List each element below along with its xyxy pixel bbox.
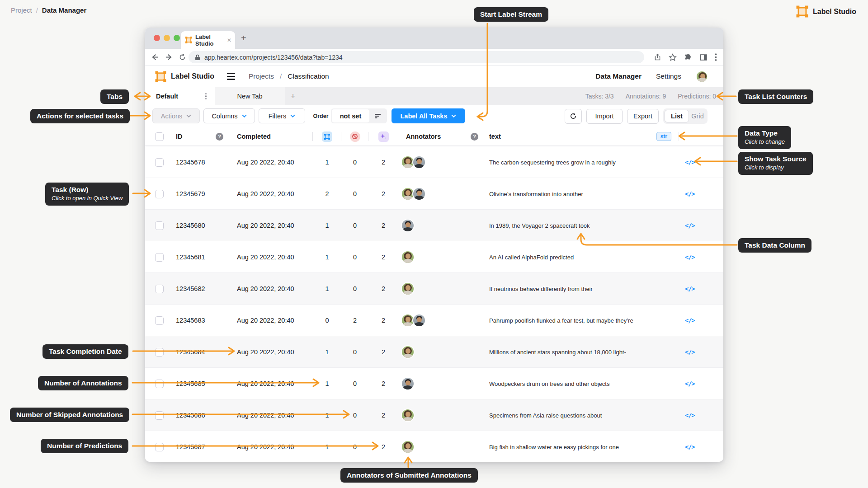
annotator-avatar (412, 187, 426, 201)
task-row[interactable]: 12345684Aug 20 2022, 20:40102Millions of… (145, 336, 723, 367)
show-source-button[interactable]: </> (685, 253, 694, 261)
task-row[interactable]: 12345678Aug 20 2022, 20:40102The carbon-… (145, 146, 723, 178)
column-header-skipped[interactable] (341, 127, 368, 146)
back-icon[interactable] (151, 53, 159, 61)
predictions-count: 2 (368, 305, 398, 336)
favicon-label-studio (185, 37, 192, 43)
annotators-help-icon[interactable]: ? (471, 133, 478, 141)
window-close-button[interactable] (154, 35, 160, 41)
tab-close-icon[interactable]: ✕ (227, 37, 231, 43)
task-text: If neutrinos behave differently from the… (484, 273, 679, 305)
actions-button[interactable]: Actions (152, 108, 200, 123)
row-checkbox[interactable] (155, 253, 164, 262)
window-minimize-button[interactable] (164, 35, 170, 41)
show-source-button[interactable]: </> (685, 443, 694, 450)
show-source-button[interactable]: </> (685, 348, 694, 356)
task-row[interactable]: 12345687Aug 20 2022, 20:40102Big fish in… (145, 431, 723, 462)
show-source-button[interactable]: </> (685, 285, 694, 292)
column-header-id[interactable]: ID ? (167, 127, 229, 146)
tab-options-kebab-icon[interactable] (205, 93, 207, 100)
task-id: 12345683 (167, 305, 229, 336)
row-checkbox[interactable] (155, 380, 164, 388)
order-value[interactable]: not set (332, 109, 369, 122)
row-checkbox[interactable] (155, 158, 164, 167)
import-button[interactable]: Import (586, 109, 623, 124)
order-control[interactable]: not set (331, 108, 387, 123)
filters-button[interactable]: Filters (259, 108, 305, 123)
show-source-button[interactable]: </> (685, 380, 694, 387)
nav-data-manager[interactable]: Data Manager (595, 72, 642, 80)
column-header-text[interactable]: text str (484, 127, 679, 146)
task-row[interactable]: 12345679Aug 20 2022, 20:40202Olivine’s t… (145, 178, 723, 209)
browser-tab-title: Label Studio (195, 33, 224, 47)
sidebar-icon[interactable] (699, 53, 708, 61)
show-source-button[interactable]: </> (685, 412, 694, 419)
extensions-puzzle-icon[interactable] (684, 53, 692, 61)
row-checkbox[interactable] (155, 443, 164, 451)
label-studio-logo-icon (796, 5, 808, 18)
task-row[interactable]: 12345683Aug 20 2022, 20:40022Pahrump poo… (145, 304, 723, 336)
task-completed-date: Aug 20 2022, 20:40 (229, 305, 313, 336)
id-help-icon[interactable]: ? (216, 133, 223, 141)
show-source-button[interactable]: </> (685, 190, 694, 197)
label-all-tasks-button[interactable]: Label All Tasks (392, 108, 465, 123)
row-checkbox[interactable] (155, 411, 164, 420)
column-header-annotators[interactable]: Annotators ? (398, 127, 484, 146)
show-source-button[interactable]: </> (685, 317, 694, 324)
user-avatar[interactable] (696, 70, 708, 83)
app-brand[interactable]: Label Studio (155, 71, 214, 82)
site-brand: Label Studio (796, 5, 856, 18)
column-header-annotations[interactable] (313, 127, 341, 146)
export-button[interactable]: Export (627, 109, 659, 124)
row-checkbox[interactable] (155, 221, 164, 230)
browser-tab[interactable]: Label Studio ✕ (181, 31, 235, 49)
task-completed-date: Aug 20 2022, 20:40 (229, 431, 313, 462)
address-bar[interactable]: app.heartex.com/projects/123456/data?tab… (189, 51, 644, 63)
browser-menu-kebab-icon[interactable] (715, 53, 717, 61)
sort-direction-icon[interactable] (369, 113, 386, 119)
annotations-count: 1 (313, 210, 341, 241)
skipped-count: 0 (341, 368, 368, 399)
dm-toolbar: Actions Columns Filters Order not set La… (145, 105, 723, 127)
select-all-checkbox[interactable] (155, 132, 164, 141)
bookmark-star-icon[interactable] (669, 53, 677, 61)
annotations-count: 1 (313, 336, 341, 368)
breadcrumb: Project / Data Manager (11, 6, 86, 14)
tab-new-tab[interactable]: New Tab (215, 87, 285, 105)
share-icon[interactable] (654, 53, 661, 61)
show-source-button[interactable]: </> (685, 159, 694, 166)
task-row[interactable]: 12345681Aug 20 2022, 20:40102An AI calle… (145, 241, 723, 272)
task-row[interactable]: 12345686Aug 20 2022, 20:40102Specimens f… (145, 399, 723, 431)
row-checkbox[interactable] (155, 190, 164, 198)
task-completed-date: Aug 20 2022, 20:40 (229, 399, 313, 431)
view-grid-button[interactable]: Grid (689, 113, 706, 120)
reload-icon[interactable] (179, 53, 186, 61)
task-annotators (398, 368, 484, 399)
task-row[interactable]: 12345680Aug 20 2022, 20:40102In 1989, th… (145, 209, 723, 241)
new-tab-icon[interactable]: + (241, 34, 246, 42)
row-checkbox[interactable] (155, 285, 164, 293)
skipped-count: 0 (341, 241, 368, 273)
nav-settings[interactable]: Settings (656, 72, 681, 80)
skipped-count: 0 (341, 336, 368, 368)
view-list-button[interactable]: List (665, 110, 689, 122)
show-source-button[interactable]: </> (685, 222, 694, 229)
callout-tabs: Tabs (100, 89, 129, 104)
add-tab-icon[interactable]: + (285, 91, 301, 101)
column-header-completed[interactable]: Completed (229, 127, 313, 146)
forward-icon[interactable] (165, 53, 173, 61)
window-zoom-button[interactable] (174, 35, 180, 41)
task-row[interactable]: 12345682Aug 20 2022, 20:40102If neutrino… (145, 272, 723, 304)
tasks-counter: Tasks: 3/3 (585, 93, 614, 100)
columns-button[interactable]: Columns (203, 108, 255, 123)
row-checkbox[interactable] (155, 316, 164, 325)
task-row[interactable]: 12345685Aug 20 2022, 20:40102Woodpeckers… (145, 367, 723, 399)
row-checkbox[interactable] (155, 348, 164, 357)
refresh-button[interactable] (565, 109, 582, 124)
hamburger-menu-icon[interactable] (227, 73, 235, 80)
tab-default[interactable]: Default (145, 87, 215, 105)
data-type-badge[interactable]: str (656, 132, 671, 141)
column-header-predictions[interactable] (368, 127, 398, 146)
annotations-count: 1 (313, 146, 341, 178)
breadcrumb-project-link[interactable]: Project (11, 6, 32, 14)
